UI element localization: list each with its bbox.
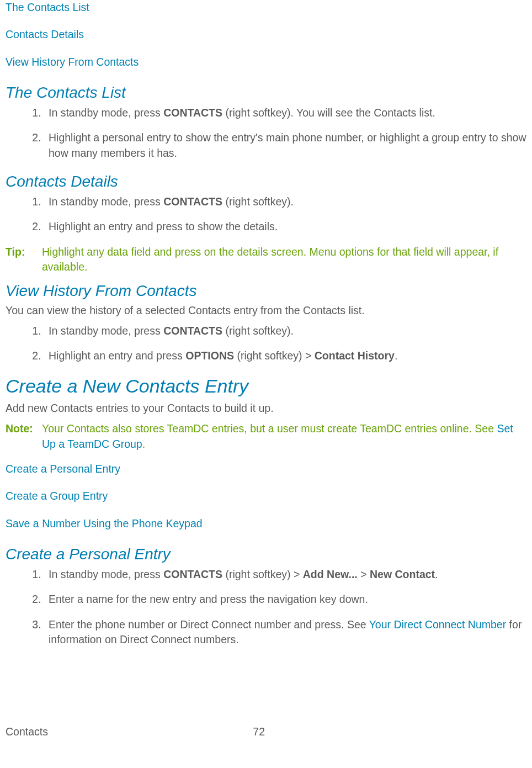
tip-text: Highlight any data field and press on th… <box>42 245 526 275</box>
note-label: Note: <box>6 421 42 452</box>
list-item: Highlight an entry and press OPTIONS (ri… <box>44 348 526 363</box>
list-item: Highlight an entry and press to show the… <box>44 219 526 234</box>
footer-page-number: 72 <box>253 724 265 739</box>
tip-label: Tip: <box>6 245 42 275</box>
toc-link-contacts-details[interactable]: Contacts Details <box>6 27 526 42</box>
toc-link-view-history[interactable]: View History From Contacts <box>6 55 526 70</box>
tip-block: Tip: Highlight any data field and press … <box>6 245 526 275</box>
section-intro: You can view the history of a selected C… <box>6 303 526 318</box>
note-block: Note: Your Contacts also stores TeamDC e… <box>6 421 526 452</box>
toc-link-contacts-list[interactable]: The Contacts List <box>6 0 526 15</box>
toc-link-create-personal[interactable]: Create a Personal Entry <box>6 462 526 476</box>
list-item: In standby mode, press CONTACTS (right s… <box>44 324 526 338</box>
heading-contacts-details: Contacts Details <box>6 171 526 192</box>
toc-link-save-number[interactable]: Save a Number Using the Phone Keypad <box>6 516 526 531</box>
list-item: Enter a name for the new entry and press… <box>44 592 526 607</box>
list-item: Highlight a personal entry to show the e… <box>44 130 526 161</box>
list-item: Enter the phone number or Direct Connect… <box>44 617 526 648</box>
list-item: In standby mode, press CONTACTS (right s… <box>44 105 526 120</box>
section-intro: Add new Contacts entries to your Contact… <box>6 401 526 416</box>
note-text: Your Contacts also stores TeamDC entries… <box>42 421 526 452</box>
toc-link-create-group[interactable]: Create a Group Entry <box>6 489 526 504</box>
footer-section: Contacts <box>6 724 48 739</box>
link-direct-connect-number[interactable]: Your Direct Connect Number <box>369 618 507 631</box>
heading-create-personal-entry: Create a Personal Entry <box>6 543 526 565</box>
heading-contacts-list: The Contacts List <box>6 82 526 103</box>
list-item: In standby mode, press CONTACTS (right s… <box>44 194 526 209</box>
heading-create-new-entry: Create a New Contacts Entry <box>6 373 526 400</box>
list-item: In standby mode, press CONTACTS (right s… <box>44 567 526 582</box>
page-footer: Contacts 72 <box>6 724 265 739</box>
heading-view-history: View History From Contacts <box>6 280 526 301</box>
